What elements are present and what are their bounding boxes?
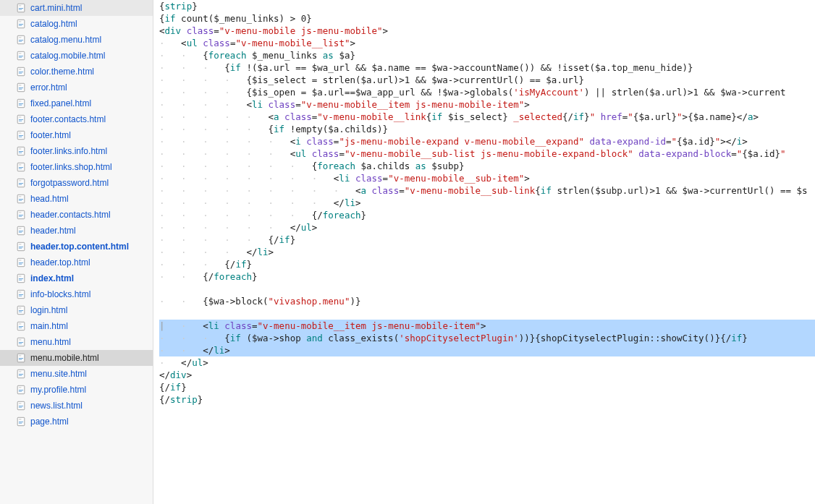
code-line[interactable]: · · {foreach $_menu_links as $a}	[159, 49, 815, 61]
file-name-label: page.html	[30, 417, 69, 427]
svg-rect-90	[19, 359, 22, 360]
file-item-page-html[interactable]: page.html	[0, 414, 153, 430]
svg-rect-14	[19, 57, 22, 58]
file-item-catalog-html[interactable]: catalog.html	[0, 16, 153, 32]
html-file-icon	[16, 417, 26, 427]
file-item-footer-html[interactable]: footer.html	[0, 127, 153, 143]
file-name-label: login.html	[30, 305, 67, 315]
code-line[interactable]: · · </li>	[159, 344, 815, 356]
file-name-label: error.html	[30, 82, 67, 93]
file-name-label: catalog.mobile.html	[30, 51, 105, 61]
file-item-catalog-menu-html[interactable]: catalog.menu.html	[0, 32, 153, 48]
code-line[interactable]: · · · · · {if !empty($a.childs)}	[159, 123, 815, 135]
file-item-news-list-html[interactable]: news.list.html	[0, 398, 153, 414]
file-item-menu-html[interactable]: menu.html	[0, 334, 153, 350]
svg-rect-17	[19, 72, 23, 72]
file-item-footer-contacts-html[interactable]: footer.contacts.html	[0, 111, 153, 127]
code-line[interactable]: | · <li class="v-menu-mobile__item js-me…	[159, 320, 815, 332]
svg-rect-98	[19, 391, 22, 392]
html-file-icon	[16, 289, 26, 299]
code-line[interactable]: · · · {if ($wa->shop and class_exists('s…	[159, 332, 815, 344]
html-file-icon	[16, 178, 26, 188]
html-file-icon	[16, 98, 26, 108]
svg-rect-21	[19, 87, 23, 88]
file-item-header-top-content-html[interactable]: header.top.content.html	[0, 239, 153, 255]
code-line[interactable]: · · · · <li class="v-menu-mobile__item j…	[159, 98, 815, 111]
code-line[interactable]: · · · · {$is_open = $a.url==$wa_app_url …	[159, 86, 815, 98]
file-name-label: header.top.content.html	[30, 242, 129, 252]
svg-rect-65	[19, 262, 23, 263]
code-line[interactable]: · · · · · <a class="v-menu-mobile__link{…	[159, 111, 815, 123]
code-line[interactable]: · · · · {$is_select = strlen($a.url)>1 &…	[159, 74, 815, 86]
file-item-catalog-mobile-html[interactable]: catalog.mobile.html	[0, 48, 153, 64]
code-line[interactable]: · · · · · · · · · <a class="v-menu-mobil…	[159, 184, 815, 197]
code-line[interactable]: · · {/foreach}	[159, 270, 815, 283]
code-line[interactable]	[159, 283, 815, 295]
code-editor[interactable]: {strip}{if count($_menu_links) > 0}<div …	[153, 0, 815, 504]
file-item-main-html[interactable]: main.html	[0, 318, 153, 334]
svg-rect-38	[19, 153, 22, 153]
svg-rect-13	[19, 56, 23, 56]
code-line[interactable]: · · · · · {/if}	[159, 234, 815, 246]
svg-rect-22	[19, 89, 22, 90]
file-item-forgotpassword-html[interactable]: forgotpassword.html	[0, 175, 153, 191]
code-line[interactable]: <div class="v-menu-mobile js-menu-mobile…	[159, 25, 815, 37]
file-item-index-html[interactable]: index.html	[0, 270, 153, 286]
svg-rect-25	[19, 103, 23, 104]
svg-rect-62	[19, 248, 22, 249]
file-item-cart-mini-html[interactable]: cart.mini.html	[0, 0, 153, 16]
svg-rect-54	[19, 216, 22, 217]
html-file-icon	[16, 305, 26, 315]
svg-rect-106	[19, 423, 22, 424]
file-item-head-html[interactable]: head.html	[0, 191, 153, 207]
svg-rect-71	[19, 276, 22, 277]
file-item-color-theme-html[interactable]: color.theme.html	[0, 64, 153, 80]
code-line[interactable]: · · · {if !($a.url == $wa_url && $a.name…	[159, 61, 815, 74]
code-line[interactable]: </div>	[159, 369, 815, 381]
code-line[interactable]: · · · · · · · {/foreach}	[159, 209, 815, 221]
file-item-footer-links-info-html[interactable]: footer.links.info.html	[0, 143, 153, 159]
svg-rect-39	[19, 149, 22, 150]
html-file-icon	[16, 51, 26, 61]
code-line[interactable]: · · · · · · · · </li>	[159, 197, 815, 209]
file-item-info-blocks-html[interactable]: info-blocks.html	[0, 286, 153, 302]
file-name-label: catalog.menu.html	[30, 35, 101, 45]
svg-rect-77	[19, 310, 23, 311]
code-line[interactable]: · · · · · · · {foreach $a.childs as $sub…	[159, 160, 815, 172]
code-line[interactable]: · <ul class="v-menu-mobile__list">	[159, 37, 815, 49]
file-name-label: index.html	[30, 273, 74, 283]
svg-rect-3	[19, 6, 22, 7]
code-line[interactable]: · </ul>	[159, 356, 815, 369]
file-item-menu-site-html[interactable]: menu.site.html	[0, 366, 153, 382]
code-line[interactable]: · · · · · · <i class="js-menu-mobile-exp…	[159, 135, 815, 148]
code-line[interactable]: · · {$wa->block("vivashop.menu")}	[159, 295, 815, 307]
file-item-login-html[interactable]: login.html	[0, 302, 153, 318]
code-line[interactable]: {if count($_menu_links) > 0}	[159, 12, 815, 25]
html-file-icon	[16, 162, 26, 172]
code-line[interactable]: · · · · · · </ul>	[159, 221, 815, 234]
svg-rect-86	[19, 343, 22, 344]
code-line[interactable]: {strip}	[159, 0, 815, 12]
code-line[interactable]: {/strip}	[159, 393, 815, 406]
file-item-header-contacts-html[interactable]: header.contacts.html	[0, 207, 153, 223]
code-line[interactable]: {/if}	[159, 381, 815, 393]
file-item-fixed-panel-html[interactable]: fixed.panel.html	[0, 95, 153, 111]
file-item-menu-mobile-html[interactable]: menu.mobile.html	[0, 350, 153, 366]
html-file-icon	[16, 130, 26, 140]
file-name-label: menu.site.html	[30, 369, 87, 379]
code-line[interactable]: · · · · · · · · <li class="v-menu-mobile…	[159, 172, 815, 184]
code-line[interactable]	[159, 307, 815, 320]
svg-rect-105	[19, 422, 23, 422]
code-line[interactable]: · · · · · · <ul class="v-menu-mobile__su…	[159, 148, 815, 160]
file-item-error-html[interactable]: error.html	[0, 80, 153, 95]
file-item-header-top-html[interactable]: header.top.html	[0, 255, 153, 270]
code-line[interactable]: · · · {/if}	[159, 258, 815, 270]
file-item-my-profile-html[interactable]: my.profile.html	[0, 382, 153, 398]
file-item-footer-links-shop-html[interactable]: footer.links.shop.html	[0, 159, 153, 175]
file-sidebar[interactable]: cart.mini.htmlcatalog.htmlcatalog.menu.h…	[0, 0, 153, 504]
svg-rect-27	[19, 101, 22, 102]
file-item-header-html[interactable]: header.html	[0, 223, 153, 239]
code-line[interactable]: · · · · </li>	[159, 246, 815, 258]
svg-rect-7	[19, 22, 22, 22]
svg-rect-34	[19, 137, 22, 137]
